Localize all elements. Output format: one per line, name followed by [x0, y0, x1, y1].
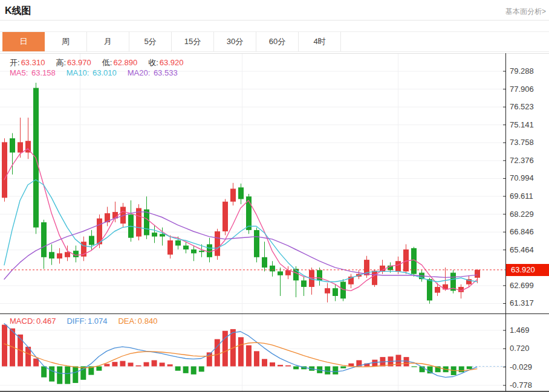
macd-hist-bar: [144, 362, 149, 367]
price-tick-label: 76.523: [510, 102, 534, 111]
candle-body: [333, 288, 338, 296]
macd-hist-bar: [278, 365, 283, 366]
macd-hist-bar: [238, 337, 244, 366]
macd-hist-bar: [215, 339, 220, 367]
macd-hist-bar: [112, 362, 117, 366]
candle-body: [144, 210, 149, 236]
macd-legend-macd-label: MACD:: [10, 316, 35, 326]
macd-hist-bar: [262, 359, 267, 366]
candle-body: [41, 222, 47, 257]
candle-body: [372, 271, 377, 285]
candle-body: [199, 251, 204, 252]
ohlc-legend-low-label: 低:: [102, 58, 112, 67]
macd-hist-bar: [175, 367, 181, 371]
macd-hist-bar: [80, 367, 86, 380]
macd-hist-bar: [65, 367, 70, 384]
candle-body: [223, 202, 228, 231]
candle-body: [262, 257, 267, 268]
candle-body: [254, 230, 259, 257]
macd-hist-bar: [340, 367, 346, 368]
ma-legend-ma10-value: 63.010: [93, 68, 117, 77]
macd-legend-macd-value: 0.467: [36, 316, 56, 326]
macd-hist-bar: [270, 362, 275, 366]
macd-legend: MACD:0.467DIFF:1.074DEA:0.840: [10, 316, 168, 326]
macd-hist-bar: [120, 361, 125, 367]
price-tick-label: 70.994: [510, 173, 534, 182]
candle-body: [175, 240, 181, 246]
macd-hist-bar: [41, 367, 47, 378]
macd-legend-dea-label: DEA:: [118, 316, 136, 326]
macd-legend-diff-value: 1.074: [88, 316, 108, 326]
macd-hist-bar: [152, 360, 157, 366]
candle-body: [2, 142, 7, 198]
candle-body: [89, 236, 94, 245]
macd-hist-bar: [128, 362, 133, 366]
macd-hist-bar: [427, 367, 433, 374]
ohlc-legend-open-label: 开:: [10, 58, 20, 67]
macd-hist-bar: [73, 367, 78, 384]
current-price-badge: 63.920: [506, 264, 549, 276]
candle-body: [325, 288, 330, 294]
macd-hist-bar: [136, 365, 141, 367]
candle-body: [152, 233, 157, 236]
ohlc-legend-high-value: 63.970: [67, 58, 91, 67]
price-tick-label: 79.288: [510, 66, 534, 76]
kline-page: K线图 基本面分析> 日周月5分15分30分60分4时 开:63.310高:63…: [0, 0, 549, 392]
macd-tick-label: 1.469: [510, 326, 530, 335]
price-tick-label: 77.906: [510, 85, 534, 94]
macd-hist-bar: [2, 325, 7, 367]
macd-hist-bar: [246, 345, 252, 367]
ohlc-legend-close-value: 63.920: [160, 58, 184, 67]
candle-body: [215, 231, 220, 256]
macd-hist-bar: [325, 367, 330, 374]
candle-body: [191, 249, 197, 253]
macd-tick-label: -0.029: [510, 362, 532, 371]
macd-hist-bar: [183, 367, 189, 373]
ma-legend-ma20-value: 63.533: [154, 68, 178, 77]
macd-hist-bar: [160, 362, 165, 366]
candle-body: [301, 280, 307, 287]
ma-legend-ma10-label: MA10:: [67, 68, 91, 77]
price-tick-label: 73.758: [510, 138, 534, 147]
candle-body: [183, 246, 189, 249]
ma-legend-ma5-value: 63.158: [31, 68, 56, 77]
macd-hist-bar: [57, 367, 62, 384]
macd-hist-bar: [293, 367, 299, 370]
candle-body: [443, 284, 448, 290]
macd-hist-bar: [459, 367, 464, 373]
macd-tick-label: -0.778: [510, 381, 532, 390]
macd-tick-label: 0.720: [510, 344, 530, 353]
candle-body: [167, 240, 173, 255]
candle-body: [207, 244, 212, 257]
candle-body: [475, 270, 480, 278]
macd-legend-dea-value: 0.840: [138, 316, 158, 326]
ma-legend: MA5: 63.158MA10: 63.010MA20: 63.533: [10, 68, 189, 77]
candle-body: [49, 252, 54, 259]
macd-hist-bar: [96, 367, 102, 371]
ma-legend-ma5-label: MA5:: [10, 68, 30, 77]
candle-body: [230, 188, 236, 201]
macd-hist-bar: [167, 364, 173, 366]
macd-hist-bar: [285, 365, 291, 367]
candle-body: [18, 142, 23, 152]
candle-body: [10, 138, 15, 153]
candle-body: [435, 287, 440, 293]
ma-legend-ma20-label: MA20:: [128, 68, 152, 77]
price-tick-label: 61.317: [510, 298, 534, 307]
macd-hist-bar: [254, 351, 259, 366]
candle-body: [238, 187, 244, 199]
ohlc-legend-open-value: 63.310: [21, 58, 45, 67]
price-tick-label: 66.846: [510, 227, 534, 236]
candle-body: [270, 266, 275, 272]
macd-hist-bar: [467, 367, 472, 369]
ohlc-legend-low-value: 62.890: [113, 58, 137, 67]
ohlc-legend-high-label: 高:: [56, 58, 66, 67]
macd-hist-bar: [412, 367, 417, 367]
macd-hist-bar: [191, 367, 197, 374]
candle-body: [73, 251, 79, 257]
price-tick-label: 62.699: [510, 281, 534, 290]
price-tick-label: 65.464: [510, 245, 534, 254]
candle-body: [278, 271, 283, 275]
ohlc-legend: 开:63.310高:63.970低:62.890收:63.920: [10, 57, 195, 68]
candle-body: [57, 253, 62, 259]
